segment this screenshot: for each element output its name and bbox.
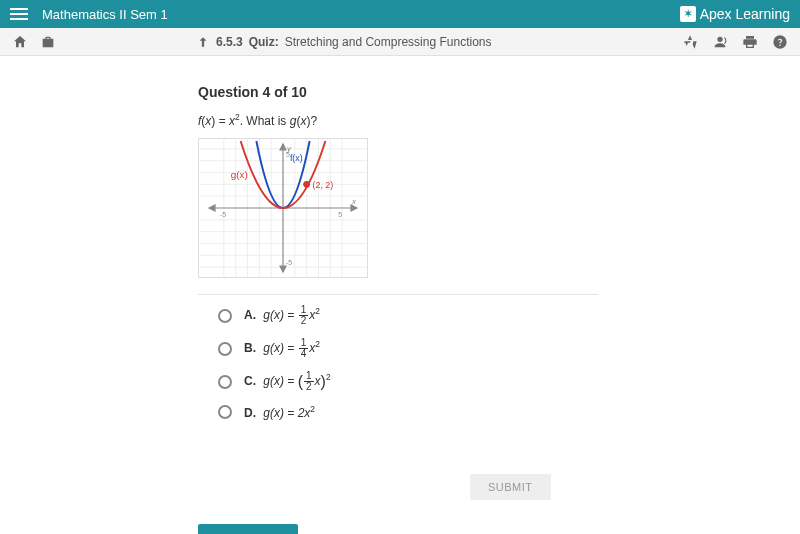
svg-marker-23 [209,205,215,211]
point-label: (2, 2) [313,180,334,190]
breadcrumb[interactable]: 6.5.3 Quiz: Stretching and Compressing F… [56,35,682,49]
course-title: Mathematics II Sem 1 [42,7,168,22]
svg-marker-25 [280,266,286,272]
submit-button[interactable]: SUBMIT [470,474,551,500]
function-graph: g(x) f(x) (2, 2) y x 5 5 -5 -5 [198,138,368,278]
option-b[interactable]: B. g(x) = 14x2 [218,338,800,359]
gx-label: g(x) [231,169,248,180]
option-letter: B. [244,341,256,355]
radio-icon[interactable] [218,405,232,419]
header-bar: Mathematics II Sem 1 ✶ Apex Learning [0,0,800,28]
fx-label: f(x) [290,153,303,163]
breadcrumb-title: Stretching and Compressing Functions [285,35,492,49]
question-prompt: f(x) = x2. What is g(x)? [198,112,800,128]
brand-logo-icon: ✶ [680,6,696,22]
option-a[interactable]: A. g(x) = 12x2 [218,305,800,326]
option-d[interactable]: D. g(x) = 2x2 [218,404,800,420]
breadcrumb-number: 6.5.3 [216,35,243,49]
svg-text:5: 5 [286,151,290,158]
menu-icon[interactable] [10,8,28,20]
home-icon[interactable] [12,34,28,50]
svg-point-26 [303,181,310,188]
previous-button[interactable]: PREVIOUS [198,524,298,534]
breadcrumb-bar: 6.5.3 Quiz: Stretching and Compressing F… [0,28,800,56]
answer-options: A. g(x) = 12x2 B. g(x) = 14x2 C. g(x) = … [198,305,800,420]
option-letter: C. [244,374,256,388]
divider [198,294,598,295]
svg-text:5: 5 [338,211,342,218]
radio-icon[interactable] [218,309,232,323]
svg-text:-5: -5 [220,211,226,218]
brand-label: ✶ Apex Learning [680,6,790,22]
radio-icon[interactable] [218,342,232,356]
question-heading: Question 4 of 10 [198,84,800,100]
breadcrumb-label: Quiz: [249,35,279,49]
x-axis-label: x [351,197,357,206]
svg-text:-5: -5 [286,259,292,266]
option-letter: A. [244,308,256,322]
print-icon[interactable] [742,34,758,50]
help-icon[interactable] [772,34,788,50]
option-letter: D. [244,406,256,420]
radio-icon[interactable] [218,375,232,389]
option-c[interactable]: C. g(x) = (12x)2 [218,371,800,392]
svg-marker-24 [280,144,286,150]
translate-icon[interactable] [682,34,698,50]
question-area: Question 4 of 10 f(x) = x2. What is g(x)… [0,56,800,534]
read-aloud-icon[interactable] [712,34,728,50]
up-arrow-icon [196,35,210,49]
briefcase-icon[interactable] [40,34,56,50]
brand-text: Apex Learning [700,6,790,22]
